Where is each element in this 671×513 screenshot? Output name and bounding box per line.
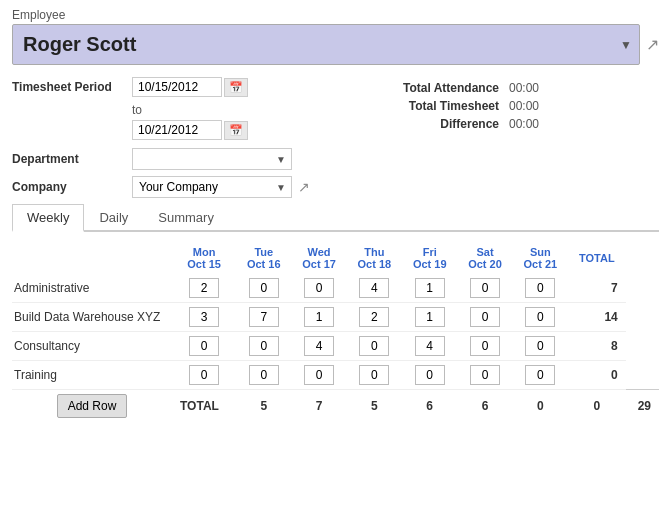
cell-input — [172, 361, 236, 390]
hour-input[interactable] — [304, 278, 334, 298]
hour-input[interactable] — [304, 307, 334, 327]
cell-input — [513, 274, 568, 303]
date-from-input[interactable] — [132, 77, 222, 97]
date-from-wrapper: 📅 — [132, 77, 248, 97]
footer-total-day: 6 — [402, 390, 457, 423]
department-select[interactable] — [132, 148, 292, 170]
tab-summary[interactable]: Summary — [143, 204, 229, 232]
employee-name[interactable]: Roger Scott — [12, 24, 640, 65]
total-attendance-row: Total Attendance 00:00 — [379, 81, 659, 95]
hour-input[interactable] — [189, 365, 219, 385]
add-row-button[interactable]: Add Row — [57, 394, 128, 418]
hour-input[interactable] — [525, 278, 555, 298]
hour-input[interactable] — [415, 365, 445, 385]
footer-total-day: 5 — [347, 390, 402, 423]
hour-input[interactable] — [470, 365, 500, 385]
hour-input[interactable] — [470, 278, 500, 298]
row-total: 8 — [568, 332, 626, 361]
hour-input[interactable] — [249, 278, 279, 298]
hour-input[interactable] — [189, 307, 219, 327]
hour-input[interactable] — [249, 336, 279, 356]
difference-value: 00:00 — [509, 117, 559, 131]
hour-input[interactable] — [415, 278, 445, 298]
cell-input — [513, 332, 568, 361]
cell-input — [291, 361, 346, 390]
hour-input[interactable] — [359, 365, 389, 385]
row-label: Build Data Warehouse XYZ — [12, 303, 172, 332]
table-row: Administrative7 — [12, 274, 659, 303]
hour-input[interactable] — [249, 365, 279, 385]
hour-input[interactable] — [189, 278, 219, 298]
cell-input — [236, 361, 291, 390]
hour-input[interactable] — [189, 336, 219, 356]
timesheet-table: MonOct 15 TueOct 16 WedOct 17 ThuOct 18 … — [12, 242, 659, 422]
footer-total-day: 5 — [236, 390, 291, 423]
company-select[interactable]: Your Company — [132, 176, 292, 198]
row-total: 0 — [568, 361, 626, 390]
hour-input[interactable] — [470, 307, 500, 327]
tab-daily[interactable]: Daily — [84, 204, 143, 232]
department-select-wrapper — [132, 148, 292, 170]
hour-input[interactable] — [304, 365, 334, 385]
hour-input[interactable] — [525, 365, 555, 385]
tab-weekly[interactable]: Weekly — [12, 204, 84, 232]
col-header-total: TOTAL — [568, 242, 626, 274]
hour-input[interactable] — [304, 336, 334, 356]
footer-total-day: 7 — [291, 390, 346, 423]
hour-input[interactable] — [415, 307, 445, 327]
cell-input — [347, 274, 402, 303]
hour-input[interactable] — [359, 336, 389, 356]
cell-input — [236, 332, 291, 361]
hour-input[interactable] — [249, 307, 279, 327]
footer-total-day: 0 — [513, 390, 568, 423]
cell-input — [347, 361, 402, 390]
department-label: Department — [12, 152, 132, 166]
table-row: Training0 — [12, 361, 659, 390]
cell-input — [513, 303, 568, 332]
timesheet-period-row: Timesheet Period 📅 — [12, 77, 379, 97]
employee-select-wrapper: Roger Scott — [12, 24, 640, 65]
cell-input — [236, 303, 291, 332]
department-row: Department — [12, 148, 379, 170]
cell-input — [402, 274, 457, 303]
cell-input — [172, 332, 236, 361]
table-row: Consultancy8 — [12, 332, 659, 361]
date-from-calendar-btn[interactable]: 📅 — [224, 78, 248, 97]
date-to-row: 📅 — [132, 120, 379, 140]
cell-input — [291, 303, 346, 332]
total-attendance-label: Total Attendance — [379, 81, 509, 95]
stats-section: Total Attendance 00:00 Total Timesheet 0… — [379, 77, 659, 204]
row-total: 7 — [568, 274, 626, 303]
employee-ext-link-icon[interactable]: ↗ — [646, 35, 659, 54]
totals-row: Add RowTOTAL575660029 — [12, 390, 659, 423]
to-text: to — [132, 103, 379, 117]
cell-input — [172, 274, 236, 303]
hour-input[interactable] — [525, 336, 555, 356]
cell-input — [347, 332, 402, 361]
cell-input — [236, 274, 291, 303]
footer-total-day: 6 — [457, 390, 512, 423]
tabs-bar: Weekly Daily Summary — [12, 204, 659, 232]
company-ext-link-icon[interactable]: ↗ — [298, 179, 310, 195]
hour-input[interactable] — [470, 336, 500, 356]
col-header-wed: WedOct 17 — [291, 242, 346, 274]
total-timesheet-row: Total Timesheet 00:00 — [379, 99, 659, 113]
date-to-input[interactable] — [132, 120, 222, 140]
hour-input[interactable] — [415, 336, 445, 356]
total-timesheet-value: 00:00 — [509, 99, 559, 113]
col-header-thu: ThuOct 18 — [347, 242, 402, 274]
col-header-sun: SunOct 21 — [513, 242, 568, 274]
cell-input — [513, 361, 568, 390]
col-header-mon: MonOct 15 — [172, 242, 236, 274]
hour-input[interactable] — [359, 278, 389, 298]
date-to-wrapper: 📅 — [132, 120, 248, 140]
date-to-calendar-btn[interactable]: 📅 — [224, 121, 248, 140]
left-form: Timesheet Period 📅 to 📅 Department — [12, 77, 379, 204]
timesheet-period-label: Timesheet Period — [12, 80, 132, 94]
cell-input — [347, 303, 402, 332]
hour-input[interactable] — [525, 307, 555, 327]
hour-input[interactable] — [359, 307, 389, 327]
cell-input — [457, 332, 512, 361]
totals-footer-label: TOTAL — [172, 390, 236, 423]
company-row: Company Your Company ↗ — [12, 176, 379, 198]
